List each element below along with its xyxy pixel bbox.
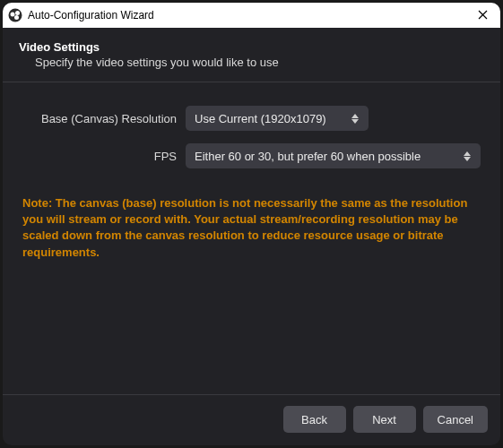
resolution-value: Use Current (1920x1079) [195, 112, 343, 125]
window-title: Auto-Configuration Wizard [28, 9, 464, 22]
fps-value: Either 60 or 30, but prefer 60 when poss… [195, 150, 455, 163]
close-icon [478, 8, 488, 22]
resolution-label: Base (Canvas) Resolution [22, 112, 177, 125]
svg-point-1 [11, 13, 15, 17]
app-icon [8, 8, 22, 22]
wizard-window: Auto-Configuration Wizard Video Settings… [3, 3, 500, 445]
page-title: Video Settings [19, 40, 484, 54]
resolution-select[interactable]: Use Current (1920x1079) [186, 106, 369, 131]
next-button[interactable]: Next [353, 406, 416, 433]
chevron-updown-icon [461, 147, 473, 165]
titlebar: Auto-Configuration Wizard [3, 3, 500, 28]
page-subtitle: Specify the video settings you would lik… [19, 56, 484, 69]
cancel-button[interactable]: Cancel [423, 406, 488, 433]
chevron-updown-icon [349, 109, 361, 127]
fps-label: FPS [22, 150, 177, 163]
fps-row: FPS Either 60 or 30, but prefer 60 when … [22, 143, 481, 168]
wizard-footer: Back Next Cancel [3, 394, 500, 445]
back-button[interactable]: Back [283, 406, 346, 433]
close-button[interactable] [470, 3, 495, 28]
svg-point-2 [15, 11, 20, 15]
note-text: Note: The canvas (base) resolution is no… [22, 195, 481, 261]
content: Video Settings Specify the video setting… [3, 28, 500, 445]
svg-point-3 [14, 15, 19, 20]
fps-select[interactable]: Either 60 or 30, but prefer 60 when poss… [186, 143, 481, 168]
resolution-row: Base (Canvas) Resolution Use Current (19… [22, 106, 481, 131]
wizard-header: Video Settings Specify the video setting… [3, 28, 500, 82]
wizard-body: Base (Canvas) Resolution Use Current (19… [3, 82, 500, 394]
